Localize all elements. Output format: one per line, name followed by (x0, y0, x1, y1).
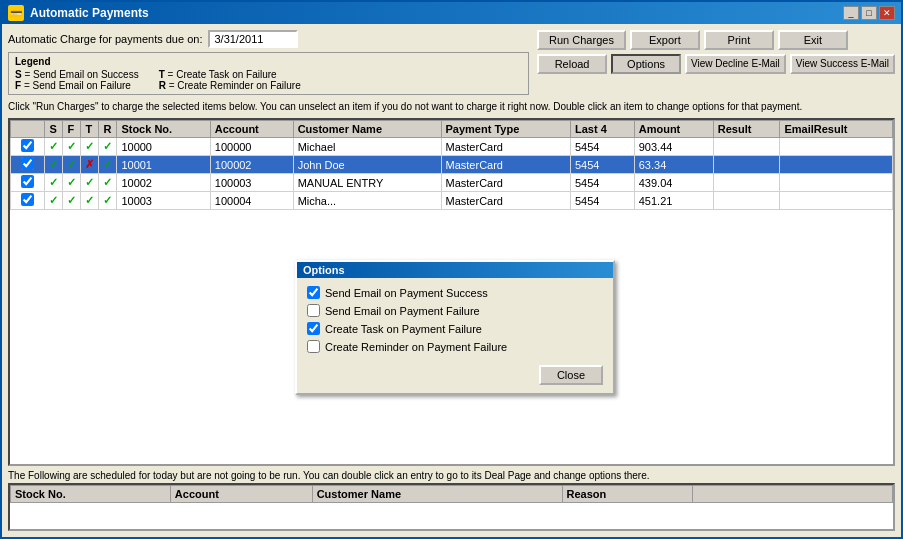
option-send-failure-checkbox[interactable] (307, 304, 320, 317)
legend-col-2: T = Create Task on Failure R = Create Re… (159, 69, 301, 91)
window-icon: 💳 (8, 5, 24, 21)
run-charges-button[interactable]: Run Charges (537, 30, 626, 50)
legend-item-r: R = Create Reminder on Failure (159, 80, 301, 91)
row-stock: 10001 (117, 156, 210, 174)
row-customer: MANUAL ENTRY (293, 174, 441, 192)
row-t: ✓ (81, 192, 99, 210)
row-s: ✓ (45, 192, 63, 210)
row-email-result (780, 174, 893, 192)
row-stock: 10002 (117, 174, 210, 192)
bottom-section: The Following are scheduled for today bu… (8, 470, 895, 531)
bottom-col-extra (693, 486, 893, 503)
minimize-button[interactable]: _ (843, 6, 859, 20)
bottom-col-customer: Customer Name (312, 486, 562, 503)
row-last4: 5454 (570, 138, 634, 156)
reload-button[interactable]: Reload (537, 54, 607, 74)
row-checkbox[interactable] (21, 175, 34, 188)
scheduled-label: The Following are scheduled for today bu… (8, 470, 895, 481)
maximize-button[interactable]: □ (861, 6, 877, 20)
row-checkbox[interactable] (21, 139, 34, 152)
row-checkbox[interactable] (21, 193, 34, 206)
row-amount: 451.21 (634, 192, 713, 210)
col-header-last4: Last 4 (570, 121, 634, 138)
row-checkbox-cell[interactable] (11, 192, 45, 210)
legend-item-t: T = Create Task on Failure (159, 69, 301, 80)
row-r: ✓ (99, 174, 117, 192)
legend-item-f: F = Send Email on Failure (15, 80, 139, 91)
row-stock: 10003 (117, 192, 210, 210)
option-send-failure[interactable]: Send Email on Payment Failure (307, 304, 603, 317)
bottom-col-account: Account (170, 486, 312, 503)
col-header-checkbox (11, 121, 45, 138)
row-t: ✓ (81, 138, 99, 156)
row-result (713, 138, 780, 156)
row-amount: 903.44 (634, 138, 713, 156)
col-header-customer: Customer Name (293, 121, 441, 138)
col-header-s: S (45, 121, 63, 138)
row-t: ✗ (81, 156, 99, 174)
row-checkbox-cell[interactable] (11, 156, 45, 174)
row-checkbox[interactable] (21, 157, 34, 170)
option-create-task-checkbox[interactable] (307, 322, 320, 335)
row-r: ✓ (99, 156, 117, 174)
col-header-stock: Stock No. (117, 121, 210, 138)
right-buttons: Run Charges Export Print Exit Reload Opt… (537, 30, 895, 74)
exit-button[interactable]: Exit (778, 30, 848, 50)
row-f: ✓ (63, 156, 81, 174)
row-payment-type: MasterCard (441, 156, 570, 174)
col-header-email-result: EmailResult (780, 121, 893, 138)
col-header-amount: Amount (634, 121, 713, 138)
row-account: 100002 (210, 156, 293, 174)
date-input[interactable] (208, 30, 298, 48)
title-bar: 💳 Automatic Payments _ □ ✕ (2, 2, 901, 24)
options-close-button[interactable]: Close (539, 365, 603, 385)
table-row[interactable]: ✓ ✓ ✗ ✓ 10001 100002 John Doe MasterCard… (11, 156, 893, 174)
row-amount: 63.34 (634, 156, 713, 174)
table-row[interactable]: ✓ ✓ ✓ ✓ 10000 100000 Michael MasterCard … (11, 138, 893, 156)
row-amount: 439.04 (634, 174, 713, 192)
export-button[interactable]: Export (630, 30, 700, 50)
options-dialog-footer: Close (297, 361, 613, 393)
row-s: ✓ (45, 174, 63, 192)
title-controls: _ □ ✕ (843, 6, 895, 20)
option-send-success-checkbox[interactable] (307, 286, 320, 299)
bottom-table: Stock No. Account Customer Name Reason (10, 485, 893, 503)
row-last4: 5454 (570, 174, 634, 192)
options-dialog-title: Options (297, 262, 613, 278)
row-f: ✓ (63, 138, 81, 156)
options-dialog: Options Send Email on Payment Success Se… (295, 260, 615, 395)
row-result (713, 156, 780, 174)
bottom-col-stock: Stock No. (11, 486, 171, 503)
row-checkbox-cell[interactable] (11, 138, 45, 156)
option-create-reminder-checkbox[interactable] (307, 340, 320, 353)
main-table: S F T R Stock No. Account Customer Name … (10, 120, 893, 210)
close-button[interactable]: ✕ (879, 6, 895, 20)
row-email-result (780, 192, 893, 210)
option-create-task[interactable]: Create Task on Payment Failure (307, 322, 603, 335)
row-payment-type: MasterCard (441, 138, 570, 156)
row-checkbox-cell[interactable] (11, 174, 45, 192)
option-send-failure-label: Send Email on Payment Failure (325, 305, 480, 317)
table-row[interactable]: ✓ ✓ ✓ ✓ 10002 100003 MANUAL ENTRY Master… (11, 174, 893, 192)
col-header-account: Account (210, 121, 293, 138)
option-send-success[interactable]: Send Email on Payment Success (307, 286, 603, 299)
view-decline-email-button[interactable]: View Decline E-Mail (685, 54, 786, 74)
btn-row-2: Reload Options View Decline E-Mail View … (537, 54, 895, 74)
print-button[interactable]: Print (704, 30, 774, 50)
row-account: 100003 (210, 174, 293, 192)
row-r: ✓ (99, 138, 117, 156)
options-button[interactable]: Options (611, 54, 681, 74)
option-create-reminder[interactable]: Create Reminder on Payment Failure (307, 340, 603, 353)
col-header-t: T (81, 121, 99, 138)
option-create-reminder-label: Create Reminder on Payment Failure (325, 341, 507, 353)
row-customer: John Doe (293, 156, 441, 174)
main-table-container[interactable]: S F T R Stock No. Account Customer Name … (8, 118, 895, 466)
date-label: Automatic Charge for payments due on: (8, 33, 202, 45)
row-t: ✓ (81, 174, 99, 192)
row-customer: Micha... (293, 192, 441, 210)
row-s: ✓ (45, 156, 63, 174)
row-result (713, 192, 780, 210)
table-row[interactable]: ✓ ✓ ✓ ✓ 10003 100004 Micha... MasterCard… (11, 192, 893, 210)
view-success-email-button[interactable]: View Success E-Mail (790, 54, 895, 74)
row-customer: Michael (293, 138, 441, 156)
